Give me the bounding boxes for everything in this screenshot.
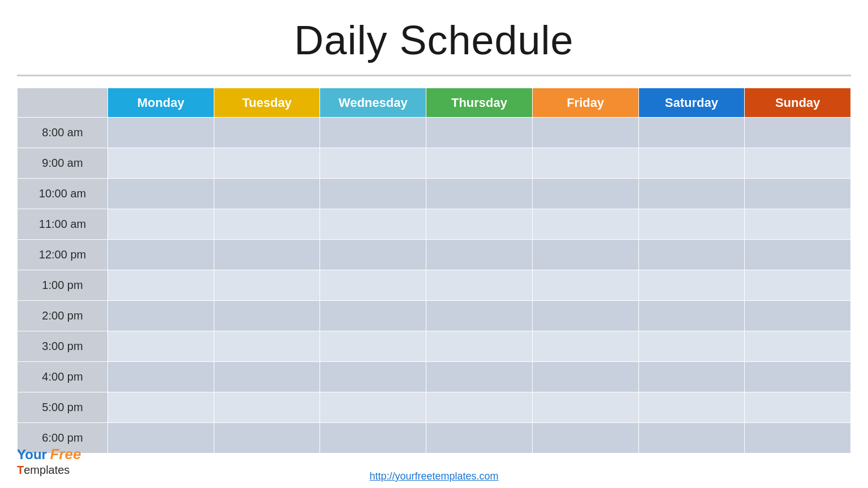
schedule-cell[interactable]: [426, 392, 533, 423]
schedule-cell[interactable]: [108, 148, 214, 179]
schedule-cell[interactable]: [214, 270, 320, 301]
tuesday-header: Tuesday: [214, 88, 320, 118]
thursday-header: Thursday: [426, 88, 533, 118]
table-row: 12:00 pm: [18, 240, 851, 270]
friday-header: Friday: [532, 88, 638, 118]
schedule-cell[interactable]: [532, 209, 638, 240]
time-cell: 2:00 pm: [18, 301, 108, 331]
schedule-cell[interactable]: [638, 392, 745, 423]
table-row: 6:00 pm: [18, 423, 851, 454]
schedule-cell[interactable]: [214, 118, 320, 148]
schedule-cell[interactable]: [638, 362, 745, 392]
schedule-cell[interactable]: [320, 392, 426, 423]
schedule-cell[interactable]: [745, 179, 851, 209]
schedule-cell[interactable]: [426, 209, 533, 240]
schedule-cell[interactable]: [745, 301, 851, 331]
schedule-cell[interactable]: [108, 179, 214, 209]
schedule-cell[interactable]: [108, 301, 214, 331]
schedule-cell[interactable]: [214, 331, 320, 362]
schedule-cell[interactable]: [532, 118, 638, 148]
table-row: 11:00 am: [18, 209, 851, 240]
schedule-cell[interactable]: [426, 179, 533, 209]
schedule-cell[interactable]: [638, 423, 745, 454]
schedule-cell[interactable]: [320, 423, 426, 454]
schedule-cell[interactable]: [426, 270, 533, 301]
schedule-cell[interactable]: [426, 362, 533, 392]
schedule-cell[interactable]: [532, 179, 638, 209]
schedule-cell[interactable]: [320, 240, 426, 270]
schedule-cell[interactable]: [320, 209, 426, 240]
schedule-cell[interactable]: [426, 240, 533, 270]
schedule-cell[interactable]: [745, 423, 851, 454]
schedule-cell[interactable]: [638, 270, 745, 301]
time-column-header: [18, 88, 108, 118]
time-cell: 5:00 pm: [18, 392, 108, 423]
schedule-cell[interactable]: [320, 148, 426, 179]
schedule-cell[interactable]: [638, 301, 745, 331]
table-row: 1:00 pm: [18, 270, 851, 301]
schedule-cell[interactable]: [426, 331, 533, 362]
schedule-cell[interactable]: [214, 423, 320, 454]
schedule-cell[interactable]: [745, 392, 851, 423]
schedule-cell[interactable]: [532, 148, 638, 179]
schedule-cell[interactable]: [532, 423, 638, 454]
schedule-body: 8:00 am9:00 am10:00 am11:00 am12:00 pm1:…: [18, 118, 851, 454]
schedule-cell[interactable]: [320, 301, 426, 331]
header-row: Monday Tuesday Wednesday Thursday Friday…: [18, 88, 851, 118]
schedule-cell[interactable]: [426, 301, 533, 331]
footer-url[interactable]: http://yourfreetemplates.com: [369, 470, 498, 482]
logo: Your Free Templates: [17, 446, 81, 477]
schedule-cell[interactable]: [532, 240, 638, 270]
schedule-cell[interactable]: [426, 148, 533, 179]
schedule-cell[interactable]: [745, 331, 851, 362]
monday-header: Monday: [108, 88, 214, 118]
schedule-cell[interactable]: [426, 118, 533, 148]
schedule-cell[interactable]: [745, 240, 851, 270]
schedule-cell[interactable]: [108, 270, 214, 301]
schedule-cell[interactable]: [745, 118, 851, 148]
schedule-cell[interactable]: [638, 179, 745, 209]
schedule-cell[interactable]: [426, 423, 533, 454]
schedule-cell[interactable]: [320, 331, 426, 362]
schedule-cell[interactable]: [214, 301, 320, 331]
schedule-cell[interactable]: [108, 118, 214, 148]
table-row: 4:00 pm: [18, 362, 851, 392]
schedule-cell[interactable]: [638, 118, 745, 148]
schedule-cell[interactable]: [214, 240, 320, 270]
schedule-cell[interactable]: [745, 362, 851, 392]
schedule-cell[interactable]: [638, 240, 745, 270]
schedule-cell[interactable]: [638, 209, 745, 240]
table-row: 9:00 am: [18, 148, 851, 179]
schedule-cell[interactable]: [532, 392, 638, 423]
time-cell: 3:00 pm: [18, 331, 108, 362]
schedule-cell[interactable]: [214, 179, 320, 209]
schedule-cell[interactable]: [745, 209, 851, 240]
schedule-cell[interactable]: [532, 270, 638, 301]
schedule-cell[interactable]: [532, 301, 638, 331]
schedule-cell[interactable]: [532, 331, 638, 362]
logo-bottom-row: Templates: [17, 463, 70, 477]
schedule-cell[interactable]: [745, 270, 851, 301]
schedule-cell[interactable]: [214, 362, 320, 392]
schedule-cell[interactable]: [214, 392, 320, 423]
schedule-cell[interactable]: [108, 423, 214, 454]
time-cell: 9:00 am: [18, 148, 108, 179]
schedule-cell[interactable]: [320, 362, 426, 392]
schedule-cell[interactable]: [108, 362, 214, 392]
schedule-cell[interactable]: [320, 270, 426, 301]
schedule-cell[interactable]: [320, 118, 426, 148]
schedule-cell[interactable]: [320, 179, 426, 209]
table-row: 2:00 pm: [18, 301, 851, 331]
schedule-cell[interactable]: [532, 362, 638, 392]
time-cell: 4:00 pm: [18, 362, 108, 392]
schedule-cell[interactable]: [108, 209, 214, 240]
schedule-cell[interactable]: [108, 240, 214, 270]
schedule-cell[interactable]: [745, 148, 851, 179]
logo-free: Free: [50, 446, 81, 463]
schedule-cell[interactable]: [638, 148, 745, 179]
schedule-cell[interactable]: [214, 209, 320, 240]
schedule-cell[interactable]: [638, 331, 745, 362]
schedule-cell[interactable]: [214, 148, 320, 179]
schedule-cell[interactable]: [108, 392, 214, 423]
schedule-cell[interactable]: [108, 331, 214, 362]
